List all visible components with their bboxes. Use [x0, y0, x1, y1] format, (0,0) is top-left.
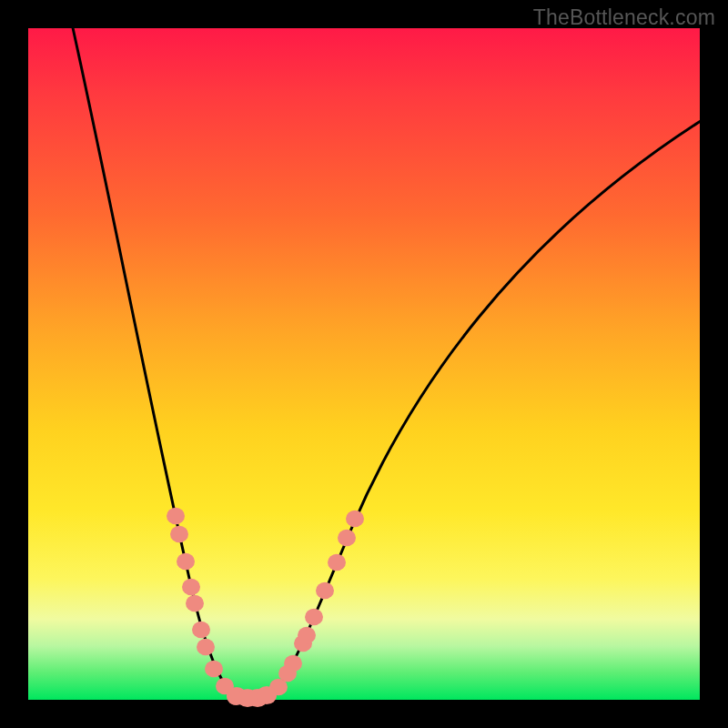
data-marker	[298, 627, 316, 643]
data-marker	[205, 661, 223, 677]
data-marker	[192, 622, 210, 638]
watermark-text: TheBottleneck.com	[533, 5, 715, 30]
data-marker	[257, 686, 277, 704]
data-marker	[305, 609, 323, 625]
data-marker	[177, 553, 195, 570]
data-marker	[182, 579, 200, 595]
bottleneck-curve	[28, 28, 700, 700]
data-marker	[338, 530, 356, 546]
data-marker	[284, 655, 302, 672]
data-marker	[316, 582, 334, 599]
data-marker	[170, 526, 188, 542]
plot-area	[28, 28, 700, 700]
data-marker	[328, 554, 346, 571]
curve-left-branch	[72, 24, 252, 699]
data-marker	[186, 595, 204, 612]
data-marker	[197, 639, 215, 655]
chart-frame: TheBottleneck.com	[0, 0, 728, 728]
data-marker	[167, 508, 185, 524]
data-marker	[346, 511, 364, 527]
